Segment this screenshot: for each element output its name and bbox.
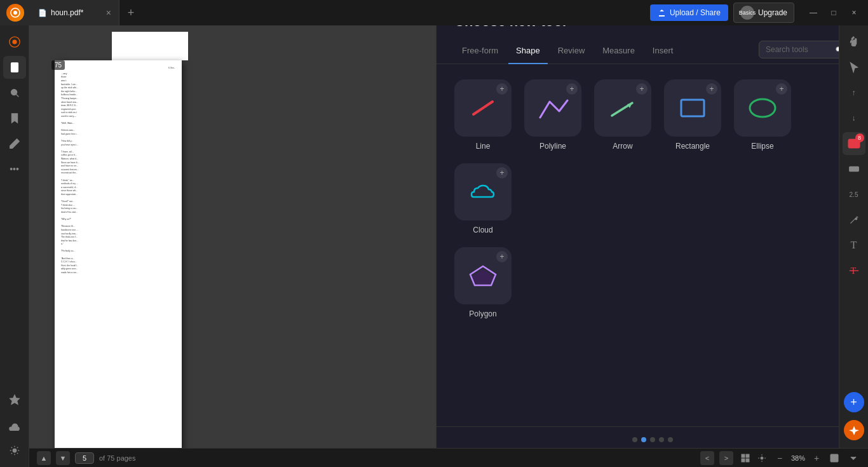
sidebar-item-home[interactable]: [3, 30, 26, 53]
rectangle-add-btn[interactable]: +: [706, 83, 717, 95]
page-number-overlay: 75: [51, 60, 65, 70]
nav-prev-btn[interactable]: <: [700, 451, 714, 465]
upgrade-button[interactable]: Basics Upgrade: [733, 3, 794, 23]
app-icon[interactable]: [0, 0, 31, 25]
tool-rectangle[interactable]: + Rectangle: [664, 79, 721, 151]
upload-share-button[interactable]: Upload / Share: [650, 4, 728, 21]
scroll-down-btn[interactable]: ↓: [843, 107, 865, 130]
tool-cloud[interactable]: + Cloud: [454, 163, 512, 234]
pdf-page-top: [112, 32, 188, 60]
sidebar-item-bookmark[interactable]: [3, 107, 26, 130]
cloud-icon: [467, 179, 499, 205]
arrow-add-btn[interactable]: +: [636, 83, 648, 95]
add-tool-btn[interactable]: +: [844, 392, 864, 412]
expand-view-btn[interactable]: [827, 451, 841, 465]
tool-arrow[interactable]: + Arrow: [594, 79, 651, 151]
line-icon: [467, 95, 499, 121]
dot-1: [632, 437, 637, 442]
wand-btn[interactable]: [843, 208, 865, 231]
page-up-btn[interactable]: ▲: [37, 451, 51, 465]
view-icons: [738, 451, 769, 465]
minimize-btn[interactable]: —: [804, 4, 822, 22]
polyline-label: Polyline: [539, 142, 566, 151]
nav-next-btn[interactable]: >: [719, 451, 733, 465]
tab-doc-icon: 📄: [38, 9, 47, 17]
settings-view-btn[interactable]: [755, 451, 769, 465]
search-tools-input[interactable]: [766, 45, 829, 54]
ellipse-label: Ellipse: [751, 142, 773, 151]
bottom-bar: ▲ ▼ of 75 pages < > −: [29, 448, 868, 467]
titlebar-left: 📄 houn.pdf* × +: [0, 0, 142, 25]
close-btn[interactable]: ×: [845, 4, 863, 22]
tools-grid: + Line + Polyline: [437, 64, 868, 426]
svg-line-18: [850, 219, 855, 223]
tab-measure[interactable]: Measure: [595, 41, 642, 64]
window-controls: — □ ×: [804, 4, 863, 22]
svg-marker-24: [849, 426, 859, 435]
text-tool-btn[interactable]: T: [843, 234, 865, 257]
page-number-input[interactable]: [75, 452, 94, 464]
dot-4: [659, 437, 664, 442]
tool-ellipse-icon-wrap: +: [734, 79, 791, 137]
svg-rect-30: [681, 100, 704, 116]
number-btn[interactable]: 2.5: [843, 183, 865, 206]
ruler-btn[interactable]: [843, 158, 865, 180]
tools-row-2: + Polygon: [454, 247, 850, 318]
ellipse-add-btn[interactable]: +: [776, 83, 787, 95]
rectangle-icon: [677, 95, 709, 121]
dot-2[interactable]: [641, 437, 646, 442]
sidebar-item-cloudsync[interactable]: [3, 414, 26, 437]
tool-ellipse[interactable]: + Ellipse: [734, 79, 791, 151]
tab-shape[interactable]: Shape: [508, 41, 548, 64]
sidebar-item-more[interactable]: •••: [3, 158, 26, 180]
tools-row-1: + Line + Polyline: [454, 79, 850, 234]
tool-polyline-icon-wrap: +: [524, 79, 581, 137]
upgrade-icon: Basics: [740, 6, 754, 20]
sidebar-item-star[interactable]: [3, 388, 26, 411]
strikethrough-text-btn[interactable]: T: [843, 259, 865, 282]
tool-line-icon-wrap: +: [454, 79, 512, 137]
active-tab[interactable]: 📄 houn.pdf* ×: [31, 0, 119, 25]
sidebar-item-settings[interactable]: [3, 439, 26, 462]
svg-point-11: [13, 449, 16, 452]
tool-polyline[interactable]: + Polyline: [524, 79, 581, 151]
page-dots: [632, 437, 673, 442]
hand-tool-btn[interactable]: [843, 30, 865, 53]
scroll-up-btn[interactable]: ↑: [843, 81, 865, 104]
polyline-add-btn[interactable]: +: [566, 83, 578, 95]
sidebar-item-search[interactable]: [3, 81, 26, 104]
svg-point-1: [13, 11, 17, 15]
polygon-add-btn[interactable]: +: [496, 251, 508, 262]
titlebar: 📄 houn.pdf* × + Upload / Share Basics Up…: [0, 0, 868, 25]
tool-cloud-icon-wrap: +: [454, 163, 512, 220]
new-tab-btn[interactable]: +: [119, 1, 142, 24]
cloud-add-btn[interactable]: +: [496, 167, 508, 179]
chevron-down-btn[interactable]: [846, 451, 860, 465]
sidebar-item-pen[interactable]: [3, 132, 26, 155]
tool-line[interactable]: + Line: [454, 79, 512, 151]
grid-view-btn[interactable]: [738, 451, 752, 465]
zoom-in-btn[interactable]: +: [811, 452, 822, 464]
dot-3: [650, 437, 655, 442]
highlight-badge: 8: [855, 133, 864, 142]
tab-insert[interactable]: Insert: [645, 41, 681, 64]
sidebar-item-document[interactable]: [3, 56, 26, 79]
ai-tool-btn[interactable]: [844, 420, 864, 440]
tab-freeform[interactable]: Free-form: [454, 41, 506, 64]
tool-polygon[interactable]: + Polygon: [454, 247, 512, 318]
cursor-tool-btn[interactable]: [843, 56, 865, 79]
polygon-label: Polygon: [469, 309, 496, 318]
zoom-out-btn[interactable]: −: [774, 452, 785, 464]
page-down-btn[interactable]: ▼: [56, 451, 70, 465]
tool-tabs-bar: Free-form Shape Review Measure Insert: [437, 30, 868, 64]
zoom-level-label: 38%: [788, 454, 808, 462]
tab-filename: houn.pdf*: [51, 8, 83, 17]
highlight-tool-btn[interactable]: 8: [843, 132, 865, 155]
maximize-btn[interactable]: □: [825, 4, 843, 22]
tool-polygon-icon-wrap: +: [454, 247, 512, 304]
line-add-btn[interactable]: +: [496, 83, 508, 95]
tab-review[interactable]: Review: [550, 41, 593, 64]
tab-close-btn[interactable]: ×: [106, 8, 111, 18]
line-label: Line: [476, 142, 491, 151]
svg-rect-35: [746, 454, 749, 457]
